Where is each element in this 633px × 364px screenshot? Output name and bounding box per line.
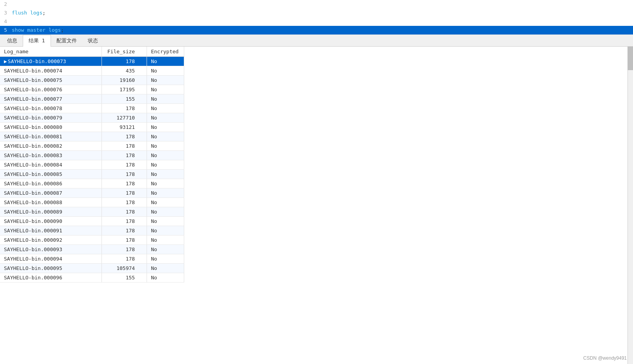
- encrypted-cell: No: [147, 245, 184, 254]
- table-row[interactable]: SAYHELLO-bin.000095105974No: [0, 264, 184, 273]
- tab-信息[interactable]: 信息: [2, 35, 23, 47]
- file-size-cell: 178: [102, 104, 147, 113]
- file-size-cell: 178: [102, 160, 147, 170]
- table-row[interactable]: SAYHELLO-bin.000078178No: [0, 104, 184, 113]
- table-row[interactable]: SAYHELLO-bin.000093178No: [0, 245, 184, 254]
- line-number: 2: [0, 0, 12, 9]
- table-row[interactable]: SAYHELLO-bin.000094178No: [0, 254, 184, 264]
- code-line: 5show master logs;: [0, 26, 633, 34]
- log-name-cell: SAYHELLO-bin.000091: [0, 226, 102, 235]
- table-row[interactable]: SAYHELLO-bin.000083178No: [0, 151, 184, 160]
- log-name-cell: SAYHELLO-bin.000081: [0, 132, 102, 141]
- table-row[interactable]: SAYHELLO-bin.000089178No: [0, 207, 184, 217]
- encrypted-cell: No: [147, 264, 184, 273]
- tab-结果-1[interactable]: 结果 1: [23, 35, 51, 47]
- table-row[interactable]: SAYHELLO-bin.000096155No: [0, 273, 184, 283]
- log-name-cell: SAYHELLO-bin.000087: [0, 188, 102, 198]
- encrypted-cell: No: [147, 198, 184, 207]
- file-size-cell: 178: [102, 141, 147, 151]
- results-area[interactable]: Log_nameFile_sizeEncrypted ▶ SAYHELLO-bi…: [0, 47, 633, 364]
- log-name-cell: SAYHELLO-bin.000089: [0, 207, 102, 217]
- encrypted-cell: No: [147, 254, 184, 264]
- line-content: flush logs;: [12, 9, 45, 17]
- log-name-cell: SAYHELLO-bin.000076: [0, 85, 102, 94]
- file-size-cell: 178: [102, 217, 147, 226]
- column-header-log-name: Log_name: [0, 47, 102, 57]
- encrypted-cell: No: [147, 123, 184, 132]
- table-row[interactable]: SAYHELLO-bin.00007617195No: [0, 85, 184, 94]
- encrypted-cell: No: [147, 104, 184, 113]
- encrypted-cell: No: [147, 151, 184, 160]
- log-name-cell: SAYHELLO-bin.000090: [0, 217, 102, 226]
- encrypted-cell: No: [147, 273, 184, 283]
- encrypted-cell: No: [147, 179, 184, 188]
- encrypted-cell: No: [147, 160, 184, 170]
- file-size-cell: 178: [102, 235, 147, 245]
- log-name-cell: SAYHELLO-bin.000084: [0, 160, 102, 170]
- file-size-cell: 178: [102, 226, 147, 235]
- file-size-cell: 17195: [102, 85, 147, 94]
- encrypted-cell: No: [147, 188, 184, 198]
- file-size-cell: 178: [102, 151, 147, 160]
- file-size-cell: 105974: [102, 264, 147, 273]
- table-row[interactable]: SAYHELLO-bin.000082178No: [0, 141, 184, 151]
- encrypted-cell: No: [147, 141, 184, 151]
- table-row[interactable]: SAYHELLO-bin.000084178No: [0, 160, 184, 170]
- code-editor: 23flush logs;45show master logs;: [0, 0, 633, 35]
- file-size-cell: 19160: [102, 76, 147, 85]
- encrypted-cell: No: [147, 217, 184, 226]
- table-row[interactable]: SAYHELLO-bin.000086178No: [0, 179, 184, 188]
- code-line: 3flush logs;: [0, 9, 633, 17]
- file-size-cell: 178: [102, 254, 147, 264]
- log-name-cell: SAYHELLO-bin.000094: [0, 254, 102, 264]
- file-size-cell: 93121: [102, 123, 147, 132]
- watermark: CSDN @wendy9491: [583, 355, 627, 361]
- file-size-cell: 155: [102, 94, 147, 104]
- encrypted-cell: No: [147, 226, 184, 235]
- table-row[interactable]: SAYHELLO-bin.000081178No: [0, 132, 184, 141]
- table-row[interactable]: SAYHELLO-bin.000085178No: [0, 170, 184, 179]
- table-row[interactable]: SAYHELLO-bin.000087178No: [0, 188, 184, 198]
- encrypted-cell: No: [147, 76, 184, 85]
- log-name-cell: SAYHELLO-bin.000095: [0, 264, 102, 273]
- encrypted-cell: No: [147, 57, 184, 66]
- table-row[interactable]: SAYHELLO-bin.000079127710No: [0, 113, 184, 123]
- tabs-bar: 信息结果 1配置文件状态: [0, 35, 633, 47]
- scrollbar-thumb[interactable]: [628, 47, 633, 70]
- code-line: 4: [0, 17, 633, 26]
- tab-状态[interactable]: 状态: [82, 35, 103, 47]
- file-size-cell: 178: [102, 179, 147, 188]
- file-size-cell: 178: [102, 198, 147, 207]
- file-size-cell: 178: [102, 57, 147, 66]
- log-name-cell: SAYHELLO-bin.000088: [0, 198, 102, 207]
- tab-配置文件[interactable]: 配置文件: [51, 35, 82, 47]
- file-size-cell: 178: [102, 207, 147, 217]
- log-name-cell: ▶ SAYHELLO-bin.000073: [0, 57, 102, 66]
- file-size-cell: 178: [102, 170, 147, 179]
- encrypted-cell: No: [147, 207, 184, 217]
- table-row[interactable]: ▶ SAYHELLO-bin.000073178No: [0, 57, 184, 66]
- line-number: 5: [0, 26, 12, 34]
- log-name-cell: SAYHELLO-bin.000092: [0, 235, 102, 245]
- line-content: show master logs;: [12, 26, 64, 34]
- log-name-cell: SAYHELLO-bin.000074: [0, 66, 102, 76]
- log-name-cell: SAYHELLO-bin.000085: [0, 170, 102, 179]
- table-row[interactable]: SAYHELLO-bin.00008093121No: [0, 123, 184, 132]
- log-name-cell: SAYHELLO-bin.000096: [0, 273, 102, 283]
- table-row[interactable]: SAYHELLO-bin.000077155No: [0, 94, 184, 104]
- log-name-cell: SAYHELLO-bin.000093: [0, 245, 102, 254]
- encrypted-cell: No: [147, 85, 184, 94]
- file-size-cell: 178: [102, 245, 147, 254]
- table-row[interactable]: SAYHELLO-bin.000092178No: [0, 235, 184, 245]
- file-size-cell: 155: [102, 273, 147, 283]
- log-name-cell: SAYHELLO-bin.000078: [0, 104, 102, 113]
- scrollbar-track[interactable]: [628, 47, 633, 364]
- encrypted-cell: No: [147, 94, 184, 104]
- file-size-cell: 178: [102, 188, 147, 198]
- log-name-cell: SAYHELLO-bin.000079: [0, 113, 102, 123]
- table-row[interactable]: SAYHELLO-bin.000088178No: [0, 198, 184, 207]
- table-row[interactable]: SAYHELLO-bin.000090178No: [0, 217, 184, 226]
- table-row[interactable]: SAYHELLO-bin.00007519160No: [0, 76, 184, 85]
- table-row[interactable]: SAYHELLO-bin.000074435No: [0, 66, 184, 76]
- table-row[interactable]: SAYHELLO-bin.000091178No: [0, 226, 184, 235]
